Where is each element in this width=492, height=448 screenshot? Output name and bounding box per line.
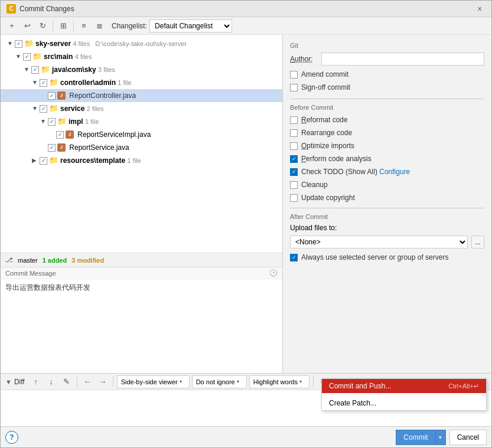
tree-item-service[interactable]: ▼ 📁 service 2 files <box>1 102 282 115</box>
expand-button[interactable]: ≡ <box>77 19 90 32</box>
tree-item-java-com-sky[interactable]: ▼ 📁 java\com\sky 3 files <box>1 63 282 76</box>
separator-after-commit <box>290 208 484 208</box>
browse-button[interactable]: ... <box>471 236 484 248</box>
git-section: Git Author: Amend commit Sign-off commit <box>290 42 484 93</box>
checkbox-sky-server[interactable] <box>15 40 22 48</box>
changelist-select[interactable]: Default Changelist <box>149 19 232 32</box>
diff-up-button[interactable]: ↑ <box>30 375 43 388</box>
separator2 <box>73 21 74 31</box>
help-button[interactable]: ? <box>5 431 18 444</box>
tree-item-report-service-impl[interactable]: J ReportServiceImpl.java <box>1 128 282 141</box>
author-label: Author: <box>290 55 317 63</box>
folder-icon: 📁 <box>24 38 34 50</box>
always-use-label: Always use selected server or group of s… <box>301 253 448 261</box>
checkbox-impl[interactable] <box>48 118 56 126</box>
grid-button[interactable]: ⊞ <box>57 19 70 32</box>
separator-before-commit <box>290 99 484 99</box>
add-button[interactable]: + <box>5 19 18 32</box>
expand-arrow: ▼ <box>32 77 38 89</box>
collapse-button[interactable]: ≣ <box>93 19 106 32</box>
java-icon: J <box>57 143 66 152</box>
commit-and-push-item[interactable]: Commit and Push... Ctrl+Alt+↵ <box>322 379 486 393</box>
checkbox-controller-admin[interactable] <box>40 79 47 87</box>
rearrange-checkbox[interactable] <box>290 129 298 137</box>
tree-item-impl[interactable]: ▼ 📁 impl 1 file <box>1 115 282 128</box>
tree-item-report-controller[interactable]: J ReportController.java <box>1 89 282 102</box>
codeanalysis-checkbox[interactable] <box>290 155 298 163</box>
diff-edit-button[interactable]: ✎ <box>60 375 73 388</box>
author-row: Author: <box>290 53 484 66</box>
upload-select-row: <None> ... <box>290 236 484 248</box>
amend-commit-checkbox[interactable] <box>290 71 298 79</box>
commit-and-push-label: Commit and Push... <box>329 382 391 390</box>
checkbox-java-com-sky[interactable] <box>31 66 39 74</box>
copyright-checkbox[interactable] <box>290 194 298 202</box>
diff-label: Diff <box>14 378 25 386</box>
undo-button[interactable]: ↩ <box>21 19 34 32</box>
cleanup-label: Cleanup <box>301 181 328 189</box>
commit-and-push-shortcut: Ctrl+Alt+↵ <box>448 382 479 390</box>
before-commit-label: Before Commit <box>290 104 484 111</box>
signoff-commit-checkbox[interactable] <box>290 84 298 91</box>
highlight-label: Highlight words <box>253 378 298 385</box>
checkbox-src-main[interactable] <box>23 53 31 61</box>
expand-arrow: ▼ <box>15 51 21 63</box>
author-input[interactable] <box>321 53 484 66</box>
tree-item-sky-server[interactable]: ▼ 📁 sky-server 4 files D:\code\sky-take-… <box>1 37 282 50</box>
refresh-button[interactable]: ↻ <box>36 19 49 32</box>
menu-separator <box>322 394 486 395</box>
diff-back-button[interactable]: ← <box>81 375 94 388</box>
tree-item-report-service[interactable]: J ReportService.java <box>1 141 282 154</box>
leaf-spacer <box>40 142 46 153</box>
configure-link[interactable]: Configure <box>379 168 410 176</box>
title-bar: C Commit Changes × <box>1 1 491 17</box>
optimize-row: Optimize imports <box>290 140 484 151</box>
highlight-dropdown[interactable]: Highlight words ▾ <box>249 375 309 388</box>
commit-dropdown-arrow[interactable]: ▾ <box>435 430 446 445</box>
commit-message-input[interactable]: 导出运营数据报表代码开发 <box>1 279 282 373</box>
folder-icon: 📁 <box>49 77 58 89</box>
checkbox-resources-template[interactable] <box>40 157 47 165</box>
ignore-label: Do not ignore <box>196 378 235 385</box>
tree-item-resources-template[interactable]: ▶ 📁 resources\template 1 file <box>1 154 282 167</box>
folder-icon: 📁 <box>49 155 58 166</box>
before-commit-section: Before Commit Reformat code Rearrange co… <box>290 104 484 203</box>
optimize-checkbox[interactable] <box>290 142 298 150</box>
tree-item-src-main[interactable]: ▼ 📁 src\main 4 files <box>1 50 282 63</box>
file-tree[interactable]: ▼ 📁 sky-server 4 files D:\code\sky-take-… <box>1 35 282 253</box>
checkbox-report-service[interactable] <box>48 144 56 152</box>
bottom-bar: ? Commit ▾ Cancel <box>1 426 491 447</box>
close-button[interactable]: × <box>474 3 486 15</box>
checktodo-checkbox[interactable] <box>290 168 298 176</box>
leaf-spacer <box>48 129 54 140</box>
item-label: ReportController.java <box>67 90 136 102</box>
history-icon[interactable]: 🕒 <box>269 269 278 277</box>
checkbox-service[interactable] <box>40 105 47 113</box>
commit-message-section: Commit Message 🕒 导出运营数据报表代码开发 <box>1 267 282 373</box>
commit-button[interactable]: Commit <box>396 430 435 445</box>
diff-forward-button[interactable]: → <box>96 375 109 388</box>
reformat-row: Reformat code <box>290 115 484 125</box>
tree-item-controller-admin[interactable]: ▼ 📁 controller\admin 1 file <box>1 76 282 89</box>
ignore-dropdown[interactable]: Do not ignore ▾ <box>192 375 247 388</box>
diff-down-button[interactable]: ↓ <box>45 375 58 388</box>
checktodo-row: Check TODO (Show All) Configure <box>290 166 484 177</box>
cancel-button[interactable]: Cancel <box>449 430 487 445</box>
checktodo-label: Check TODO (Show All) Configure <box>301 168 410 176</box>
checkbox-report-controller[interactable] <box>48 92 56 100</box>
create-patch-item[interactable]: Create Patch... <box>322 396 486 410</box>
reformat-checkbox[interactable] <box>290 116 298 124</box>
always-use-checkbox[interactable] <box>290 254 298 261</box>
item-label: resources\template 1 file <box>60 155 141 166</box>
viewer-dropdown[interactable]: Side-by-side viewer ▾ <box>117 375 190 388</box>
diff-sep2 <box>113 377 113 387</box>
diff-triangle[interactable]: ▼ <box>5 378 12 385</box>
java-icon: J <box>66 130 74 139</box>
upload-select[interactable]: <None> <box>290 236 468 248</box>
separator <box>53 21 53 31</box>
upload-row: Upload files to: <box>290 224 484 232</box>
folder-icon: 📁 <box>57 116 67 127</box>
cleanup-checkbox[interactable] <box>290 181 298 189</box>
create-patch-label: Create Patch... <box>329 399 376 407</box>
checkbox-report-service-impl[interactable] <box>56 131 64 139</box>
